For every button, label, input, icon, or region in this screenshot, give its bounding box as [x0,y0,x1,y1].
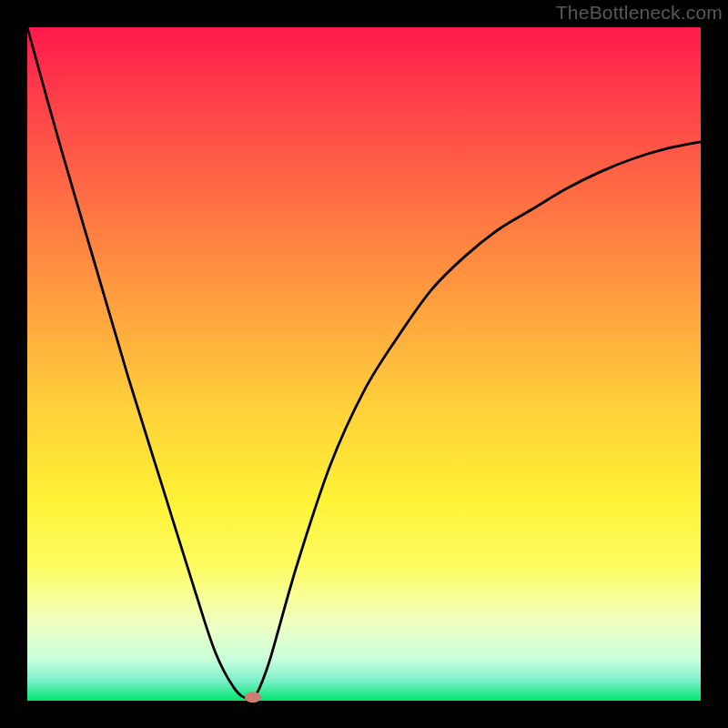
curve-svg [27,27,701,701]
optimal-point-marker [245,692,261,703]
chart-frame: TheBottleneck.com [0,0,728,728]
bottleneck-curve [27,27,701,700]
attribution-text: TheBottleneck.com [556,2,723,24]
plot-area [27,27,701,701]
